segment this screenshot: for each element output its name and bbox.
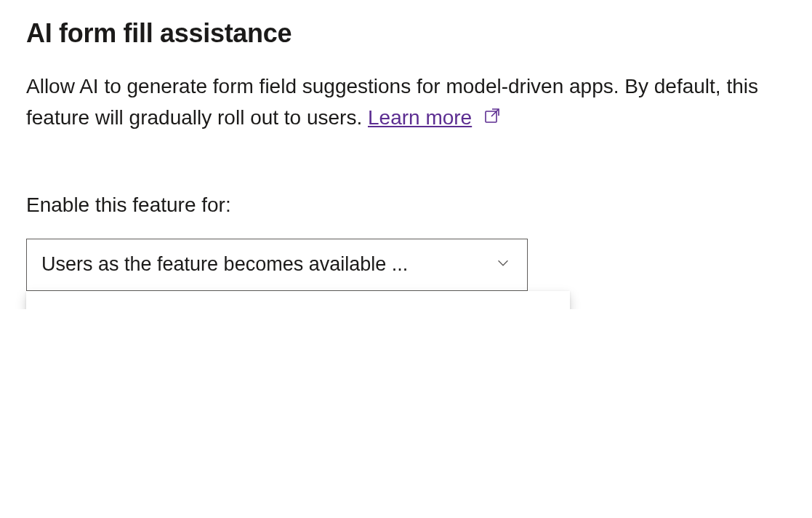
chevron-down-icon (495, 253, 511, 276)
learn-more-link[interactable]: Learn more (368, 106, 472, 129)
section-heading: AI form fill assistance (26, 18, 786, 49)
option-all-users[interactable]: All users immediately (26, 291, 570, 309)
section-description: Allow AI to generate form field suggesti… (26, 71, 786, 135)
enable-feature-select-wrapper: Users as the feature becomes available .… (26, 239, 528, 291)
enable-feature-dropdown: All users immediately Users as the featu… (26, 291, 570, 309)
select-display-value: Users as the feature becomes available .… (41, 253, 486, 276)
enable-feature-select[interactable]: Users as the feature becomes available .… (26, 239, 528, 291)
external-link-icon (483, 102, 501, 133)
enable-feature-label: Enable this feature for: (26, 194, 786, 217)
